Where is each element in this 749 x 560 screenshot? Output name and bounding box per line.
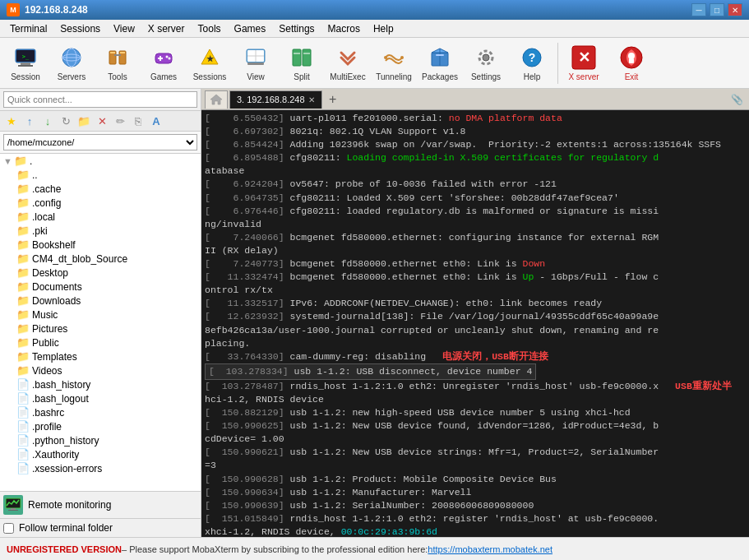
tools-label: Tools bbox=[108, 72, 127, 81]
attachment-icon[interactable]: 📎 bbox=[728, 90, 746, 109]
minimize-button[interactable]: ─ bbox=[691, 3, 706, 16]
view-button[interactable]: View bbox=[233, 40, 278, 86]
multiexec-button[interactable]: MultiExec bbox=[326, 40, 370, 86]
tree-item-bash-history[interactable]: 📄 .bash_history bbox=[0, 377, 201, 391]
menu-terminal[interactable]: Terminal bbox=[3, 21, 53, 36]
menu-view[interactable]: View bbox=[107, 21, 141, 36]
menu-sessions[interactable]: Sessions bbox=[53, 21, 107, 36]
menu-macros[interactable]: Macros bbox=[321, 21, 367, 36]
term-line: [ 6.550432] uart-pl011 fe201000.serial: … bbox=[205, 112, 746, 125]
tab-home[interactable] bbox=[205, 90, 228, 109]
tree-item-profile[interactable]: 📄 .profile bbox=[0, 419, 201, 433]
rename-btn[interactable]: ✏ bbox=[112, 113, 128, 129]
sessions-button[interactable]: ★ Sessions bbox=[187, 40, 232, 86]
tree-item-xsession-errors[interactable]: 📄 .xsession-errors bbox=[0, 461, 201, 475]
delete-btn[interactable]: ✕ bbox=[94, 113, 110, 129]
menu-tools[interactable]: Tools bbox=[192, 21, 228, 36]
upload-btn[interactable]: ↑ bbox=[21, 113, 38, 129]
file-toolbar: ★ ↑ ↓ ↻ 📁 ✕ ✏ ⎘ A bbox=[0, 111, 201, 132]
tree-item-bookshelf[interactable]: 📁 Bookshelf bbox=[0, 238, 201, 252]
tree-item-cache[interactable]: 📁 .cache bbox=[0, 182, 201, 196]
term-line: II (RX delay) bbox=[205, 244, 746, 257]
tree-item-pictures[interactable]: 📁 Pictures bbox=[0, 322, 201, 336]
term-line: [ 6.854424] Adding 102396k swap on /var/… bbox=[205, 138, 746, 151]
close-button[interactable]: ✕ bbox=[728, 3, 742, 16]
tree-item-desktop[interactable]: 📁 Desktop bbox=[0, 266, 201, 280]
tree-item-downloads[interactable]: 📁 Downloads bbox=[0, 294, 201, 308]
menu-games[interactable]: Games bbox=[228, 21, 273, 36]
term-line: atabase bbox=[205, 164, 746, 178]
terminal[interactable]: [ 6.550432] uart-pl011 fe201000.serial: … bbox=[201, 110, 749, 537]
term-line: [ 12.623932] systemd-journald[138]: File… bbox=[205, 310, 746, 323]
tree-item-parent[interactable]: 📁 .. bbox=[0, 168, 201, 182]
term-line: [ 11.332517] IPv6: ADDRCONF(NETDEV_CHANG… bbox=[205, 297, 746, 310]
tab-close-button[interactable]: ✕ bbox=[308, 95, 315, 104]
tree-item-python-history[interactable]: 📄 .python_history bbox=[0, 433, 201, 447]
tab-bar: 3. 192.168.8.248 ✕ + 📎 bbox=[201, 89, 749, 110]
session-button[interactable]: >_ Session bbox=[3, 40, 48, 86]
refresh-btn[interactable]: ↻ bbox=[58, 113, 74, 129]
svg-point-31 bbox=[400, 56, 404, 59]
exit-label: Exit bbox=[625, 72, 639, 81]
svg-rect-27 bbox=[303, 49, 311, 66]
path-select[interactable]: /home/mcuzone/ bbox=[3, 134, 197, 150]
servers-icon bbox=[58, 44, 85, 71]
follow-terminal-checkbox[interactable] bbox=[3, 523, 14, 534]
svg-rect-44 bbox=[629, 58, 634, 63]
copy-btn[interactable]: ⎘ bbox=[130, 113, 146, 129]
term-line: [ 150.990628] usb 1-1.2: Product: Mobile… bbox=[205, 473, 746, 486]
term-line: =3 bbox=[205, 459, 746, 472]
menu-settings[interactable]: Settings bbox=[272, 21, 321, 36]
svg-rect-10 bbox=[110, 52, 115, 53]
tree-item-config[interactable]: 📁 .config bbox=[0, 196, 201, 210]
svg-rect-13 bbox=[114, 54, 121, 56]
svg-point-36 bbox=[483, 54, 489, 61]
status-link[interactable]: https://mobaxterm.mobatek.net bbox=[428, 544, 553, 554]
help-label: Help bbox=[524, 72, 541, 81]
tree-item-music[interactable]: 📁 Music bbox=[0, 308, 201, 322]
newfolder-btn[interactable]: 📁 bbox=[76, 113, 92, 129]
chinese-text-1: 电源关闭，USB断开连接 bbox=[442, 350, 548, 363]
menu-bar: Terminal Sessions View X server Tools Ga… bbox=[0, 20, 749, 38]
servers-button[interactable]: Servers bbox=[49, 40, 94, 86]
settings-button[interactable]: Settings bbox=[464, 40, 508, 86]
tree-item-cm4[interactable]: 📁 CM4_dt_blob_Source bbox=[0, 252, 201, 266]
tab-terminal[interactable]: 3. 192.168.8.248 ✕ bbox=[229, 90, 322, 109]
monitor-icon bbox=[3, 495, 23, 515]
tunneling-button[interactable]: Tunneling bbox=[372, 40, 416, 86]
menu-xserver[interactable]: X server bbox=[141, 21, 192, 36]
quick-connect-input[interactable] bbox=[3, 91, 197, 108]
help-button[interactable]: ? Help bbox=[510, 40, 554, 86]
tree-item-xauthority[interactable]: 📄 .Xauthority bbox=[0, 447, 201, 461]
text-btn[interactable]: A bbox=[148, 113, 164, 129]
term-line: xhci-1.2, RNDIS device, 00:0c:29:a3:9b:6… bbox=[205, 525, 746, 537]
tree-item-public[interactable]: 📁 Public bbox=[0, 336, 201, 349]
games-button[interactable]: Games bbox=[141, 40, 186, 86]
tab-add-button[interactable]: + bbox=[324, 90, 342, 109]
tools-button[interactable]: Tools bbox=[95, 40, 140, 86]
term-line: [ 7.240066] bcmgenet fd580000.ethernet: … bbox=[205, 231, 746, 244]
menu-help[interactable]: Help bbox=[367, 21, 400, 36]
tree-item-pki[interactable]: 📁 .pki bbox=[0, 224, 201, 238]
remote-monitoring-bar[interactable]: Remote monitoring bbox=[0, 491, 201, 518]
exit-button[interactable]: Exit bbox=[609, 40, 654, 86]
packages-button[interactable]: Packages bbox=[418, 40, 462, 86]
file-tree: ▼ 📁 . 📁 .. 📁 .cache 📁 .config 📁 .local bbox=[0, 154, 201, 491]
term-line: [ 6.964735] cfg80211: Loaded X.509 cert … bbox=[205, 192, 746, 205]
main-area: ★ ↑ ↓ ↻ 📁 ✕ ✏ ⎘ A /home/mcuzone/ ▼ 📁 . 📁… bbox=[0, 89, 749, 537]
tree-item-bashrc[interactable]: 📄 .bashrc bbox=[0, 405, 201, 419]
unregistered-label: UNREGISTERED VERSION bbox=[7, 544, 122, 554]
tree-item-videos[interactable]: 📁 Videos bbox=[0, 363, 201, 377]
tree-item-templates[interactable]: 📁 Templates bbox=[0, 349, 201, 363]
split-button[interactable]: Split bbox=[280, 40, 324, 86]
tree-item-bash-logout[interactable]: 📄 .bash_logout bbox=[0, 391, 201, 405]
maximize-button[interactable]: □ bbox=[710, 3, 724, 16]
tree-root: ▼ 📁 . bbox=[0, 154, 201, 168]
tree-item-local[interactable]: 📁 .local bbox=[0, 210, 201, 224]
term-line: [ 6.976446] cfg80211: loaded regulatory.… bbox=[205, 205, 746, 218]
follow-terminal-label: Follow terminal folder bbox=[19, 522, 113, 534]
bookmark-btn[interactable]: ★ bbox=[3, 113, 20, 129]
tree-item-documents[interactable]: 📁 Documents bbox=[0, 280, 201, 294]
download-btn[interactable]: ↓ bbox=[39, 113, 56, 129]
xserver-button[interactable]: ✕ X server bbox=[562, 40, 606, 86]
